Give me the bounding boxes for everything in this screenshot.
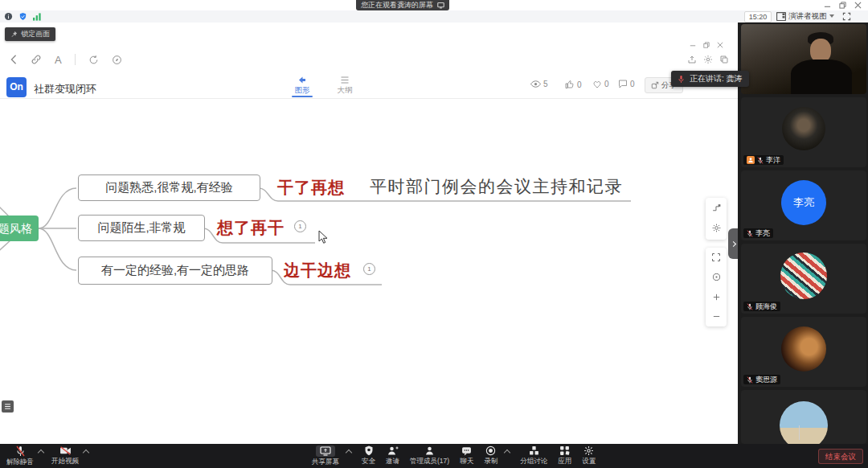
titlebar: 您正在观看龚涛的屏幕	[0, 0, 868, 10]
participant-label: 窦思源	[743, 375, 780, 384]
mindmap-root-node[interactable]: 题风格	[0, 216, 39, 241]
toolbar-divider	[75, 54, 76, 65]
likes-stat[interactable]: 0	[565, 80, 582, 89]
fit-screen-icon[interactable]	[706, 248, 727, 268]
thumbs-up-icon	[565, 80, 575, 89]
participant-tile[interactable]: 顾海俊	[741, 244, 866, 314]
unmute-label: 解除静音	[6, 458, 34, 467]
pin-icon	[10, 31, 18, 38]
participant-tile-partial[interactable]	[741, 390, 866, 444]
manage-members-button[interactable]: 管理成员(17)	[410, 444, 449, 468]
inner-restore-icon[interactable]	[703, 42, 710, 48]
settings-gear-icon	[583, 445, 594, 456]
meeting-statusbar: 15:20 演讲者视图	[0, 10, 868, 23]
meeting-toolbar: 解除静音 开始视频 共享屏幕 安全 邀请	[0, 444, 868, 468]
comments-stat[interactable]: 0	[618, 80, 635, 88]
record-button[interactable]: 录制	[484, 444, 497, 468]
heart-icon	[592, 80, 602, 88]
mindmap-node-note-1[interactable]: 平时部门例会的会议主持和记录	[370, 175, 623, 198]
mic-options-caret[interactable]	[38, 450, 44, 456]
chevron-down-icon	[829, 14, 834, 18]
style-gear-icon[interactable]	[706, 218, 727, 238]
chat-bubble-icon	[461, 446, 472, 456]
video-options-caret[interactable]	[83, 450, 89, 456]
mindmap-node-conclusion-3[interactable]: 边干边想	[284, 260, 351, 281]
inner-minimize-icon[interactable]	[690, 42, 696, 48]
close-icon[interactable]	[854, 2, 862, 9]
invite-person-icon	[387, 445, 399, 456]
breakout-rooms-button[interactable]: 分组讨论	[520, 444, 547, 468]
note-count-badge-2[interactable]: 1	[294, 220, 306, 232]
locate-center-icon[interactable]	[706, 268, 727, 288]
inner-close-icon[interactable]	[717, 42, 723, 48]
zoom-in-icon[interactable]	[706, 287, 727, 307]
participant-label: 顾海俊	[743, 302, 780, 311]
speaking-indicator: 正在讲话: 龚涛	[671, 71, 749, 87]
link-icon[interactable]	[31, 54, 42, 65]
share-screen-button[interactable]: 共享屏幕	[312, 444, 339, 468]
font-tool-icon[interactable]: A	[55, 54, 62, 66]
participant-tile-speaker-video[interactable]	[741, 24, 866, 94]
watching-banner-text: 您正在观看龚涛的屏幕	[361, 0, 433, 10]
view-mode-label: 演讲者视图	[788, 11, 827, 22]
mindmap-node-conclusion-2[interactable]: 想了再干	[217, 217, 285, 239]
tab-outline[interactable]: 大纲	[331, 76, 358, 96]
view-mode-button[interactable]: 演讲者视图	[776, 10, 834, 22]
mindmap-node-topic-1[interactable]: 问题熟悉,很常规,有经验	[78, 174, 260, 201]
note-count-badge-3[interactable]: 1	[363, 263, 375, 275]
gear-icon[interactable]	[703, 55, 713, 64]
minimize-icon[interactable]	[824, 2, 831, 9]
muted-mic-icon	[747, 230, 753, 237]
participant-name: 顾海俊	[755, 302, 777, 312]
share-screen-label: 共享屏幕	[312, 458, 339, 467]
apps-label: 应用	[558, 457, 571, 466]
zoom-out-icon[interactable]	[706, 307, 727, 327]
mindmap-node-topic-3[interactable]: 有一定的经验,有一定的思路	[78, 257, 272, 285]
avatar-initials: 李亮	[781, 180, 826, 225]
end-meeting-button[interactable]: 结束会议	[818, 449, 863, 464]
screen-share-icon[interactable]	[437, 2, 444, 9]
tab-graph[interactable]: 图形	[289, 76, 316, 96]
share-options-caret[interactable]	[346, 450, 352, 456]
security-button[interactable]: 安全	[362, 444, 375, 468]
layout-structure-icon[interactable]	[706, 198, 727, 218]
outline-toggle-icon[interactable]	[2, 400, 14, 413]
security-shield-icon	[364, 445, 374, 456]
shield-protect-icon[interactable]	[18, 12, 27, 21]
scroll-more-chevron-icon[interactable]	[799, 425, 800, 440]
fullscreen-icon[interactable]	[842, 12, 851, 21]
start-video-button[interactable]: 开始视频	[51, 444, 79, 468]
back-icon[interactable]	[10, 55, 18, 64]
restore-icon[interactable]	[839, 2, 846, 9]
refresh-icon[interactable]	[88, 55, 99, 65]
participant-tile[interactable]: 窦思源	[741, 317, 866, 387]
active-tab-underline	[292, 96, 313, 97]
share-screen-icon	[316, 445, 335, 457]
export-icon[interactable]	[687, 55, 697, 64]
hearts-count: 0	[604, 80, 609, 88]
meeting-info-icon[interactable]	[4, 12, 13, 21]
unmute-button[interactable]: 解除静音	[6, 444, 34, 468]
record-options-caret[interactable]	[504, 450, 510, 456]
compass-icon[interactable]	[112, 55, 122, 65]
app-logo[interactable]: On	[6, 77, 27, 97]
participant-tile[interactable]: 李亮 李亮	[741, 170, 866, 240]
mindmap-node-topic-2[interactable]: 问题陌生,非常规	[78, 215, 205, 241]
pinned-view-tab-label: 锁定画面	[21, 29, 50, 39]
invite-button[interactable]: 邀请	[386, 444, 399, 468]
views-stat: 5	[530, 80, 548, 88]
hearts-stat[interactable]: 0	[592, 80, 609, 88]
share-arrow-icon	[651, 81, 659, 89]
record-label: 录制	[484, 457, 497, 466]
record-icon	[485, 445, 496, 456]
invite-label: 邀请	[386, 457, 399, 466]
participant-tile[interactable]: 李洋	[741, 97, 866, 167]
chat-button[interactable]: 聊天	[460, 444, 473, 468]
settings-button[interactable]: 设置	[582, 444, 596, 468]
apps-button[interactable]: 应用	[558, 444, 571, 468]
collapse-panel-handle[interactable]	[728, 228, 738, 259]
avatar	[781, 326, 826, 372]
copy-icon[interactable]	[719, 55, 729, 64]
mindmap-node-conclusion-1[interactable]: 干了再想	[277, 177, 345, 199]
pinned-view-tab[interactable]: 锁定画面	[5, 27, 55, 41]
